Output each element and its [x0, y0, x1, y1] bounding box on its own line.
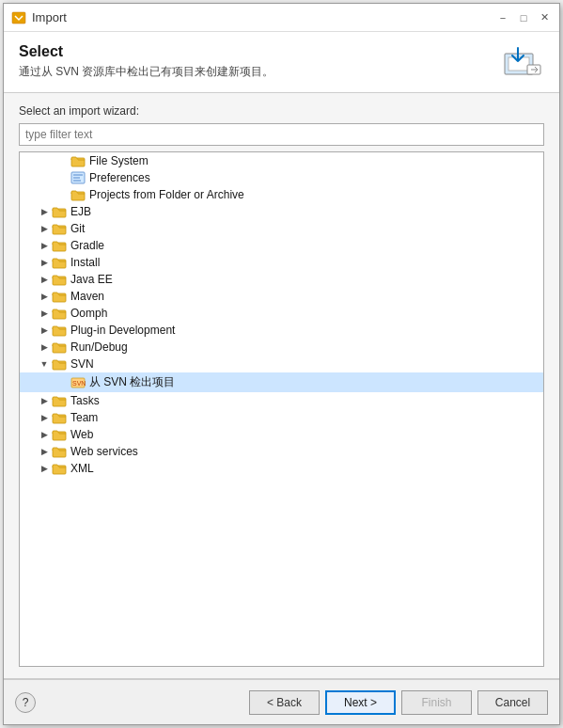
- tree-toggle: ▶: [39, 412, 50, 423]
- help-button[interactable]: ?: [15, 692, 36, 713]
- tree-item-xml[interactable]: ▶ XML: [20, 460, 543, 477]
- folder-open-icon: [70, 154, 86, 167]
- folder-open-icon: [52, 357, 67, 371]
- import-dialog: Import − □ ✕ Select 通过从 SVN 资源库中检出已有项目来创…: [3, 3, 560, 725]
- tree-toggle: ▶: [39, 308, 50, 319]
- tree-toggle: ▶: [39, 240, 50, 251]
- item-label: Gradle: [70, 239, 104, 252]
- header-title: Select: [19, 43, 499, 60]
- folder-icon: [52, 273, 67, 286]
- filter-input[interactable]: [19, 123, 544, 146]
- item-label: XML: [70, 462, 94, 475]
- tree-toggle: [57, 172, 69, 183]
- header-text: Select 通过从 SVN 资源库中检出已有项目来创建新项目。: [19, 43, 499, 80]
- filter-label: Select an import wizard:: [19, 104, 544, 118]
- svg-rect-0: [12, 12, 25, 24]
- window-icon: [11, 10, 26, 25]
- item-label: SVN: [70, 357, 94, 371]
- header-description: 通过从 SVN 资源库中检出已有项目来创建新项目。: [19, 64, 499, 80]
- item-label: Team: [70, 411, 98, 424]
- tree-toggle: ▶: [39, 274, 50, 285]
- folder-icon: [52, 256, 67, 269]
- pref-icon: [70, 171, 86, 184]
- item-label: File System: [89, 154, 149, 167]
- item-label: Projects from Folder or Archive: [89, 188, 244, 201]
- folder-icon: [52, 290, 67, 303]
- folder-icon: [52, 394, 67, 407]
- folder-open-icon: [70, 188, 86, 201]
- item-label: Web: [70, 428, 93, 441]
- tree-container[interactable]: File System Preferences Projects from Fo…: [19, 151, 544, 667]
- item-label: Web services: [70, 445, 138, 458]
- tree-toggle: ▶: [39, 324, 50, 336]
- tree-toggle: ▶: [39, 446, 50, 457]
- import-wizard-icon: [501, 44, 542, 80]
- cancel-button[interactable]: Cancel: [477, 690, 548, 715]
- pref-icon: [70, 171, 86, 184]
- tree-item-run-debug[interactable]: ▶ Run/Debug: [20, 339, 543, 356]
- title-bar: Import − □ ✕: [4, 4, 559, 32]
- next-button[interactable]: Next >: [325, 690, 396, 715]
- tree-item-ejb[interactable]: ▶ EJB: [20, 203, 543, 220]
- folder-icon: [52, 340, 67, 354]
- tree-item-team[interactable]: ▶ Team: [20, 409, 543, 426]
- tree-toggle: ▶: [39, 206, 50, 217]
- svn-special-icon: SVN: [70, 375, 86, 390]
- tree-toggle: ▶: [39, 463, 50, 474]
- folder-icon: [52, 462, 67, 475]
- footer-left: ?: [15, 692, 36, 713]
- tree-toggle: ▶: [39, 395, 50, 406]
- finish-button[interactable]: Finish: [401, 690, 472, 715]
- svg-text:SVN: SVN: [72, 380, 86, 387]
- tree-item-oomph[interactable]: ▶ Oomph: [20, 305, 543, 322]
- folder-icon: [52, 205, 67, 218]
- item-label: Git: [70, 222, 85, 235]
- item-label: Maven: [70, 290, 104, 303]
- maximize-button[interactable]: □: [516, 10, 531, 25]
- folder-icon: [52, 307, 67, 320]
- item-label: 从 SVN 检出项目: [89, 374, 175, 390]
- item-label: Java EE: [70, 273, 113, 286]
- tree-toggle: ▶: [39, 223, 50, 234]
- tree-item-web-services[interactable]: ▶ Web services: [20, 443, 543, 460]
- footer: ? < Back Next > Finish Cancel: [4, 679, 559, 724]
- tree-item-svn[interactable]: ▼ SVN: [20, 356, 543, 372]
- tree-toggle: ▶: [39, 257, 50, 268]
- folder-icon: [52, 411, 67, 424]
- window-title: Import: [32, 10, 495, 24]
- item-label: Tasks: [70, 394, 100, 407]
- item-label: Oomph: [70, 307, 107, 320]
- tree-toggle: ▶: [39, 341, 50, 353]
- tree-item-preferences[interactable]: Preferences: [20, 169, 543, 186]
- tree-toggle: [57, 377, 69, 388]
- footer-buttons: < Back Next > Finish Cancel: [249, 690, 548, 715]
- tree-item-filesystem[interactable]: File System: [20, 152, 543, 169]
- tree-toggle: [57, 155, 69, 166]
- tree-item-install[interactable]: ▶ Install: [20, 254, 543, 271]
- tree-item-svn-checkout[interactable]: SVN 从 SVN 检出项目: [20, 372, 543, 392]
- header-icon: [499, 43, 544, 81]
- back-button[interactable]: < Back: [249, 690, 320, 715]
- tree-toggle: ▼: [39, 358, 50, 370]
- tree-toggle: ▶: [39, 291, 50, 302]
- item-label: EJB: [70, 205, 91, 218]
- content-area: Select an import wizard: File System Pre…: [4, 93, 559, 678]
- tree-item-gradle[interactable]: ▶ Gradle: [20, 237, 543, 254]
- folder-icon: [52, 222, 67, 235]
- tree-item-git[interactable]: ▶ Git: [20, 220, 543, 237]
- minimize-button[interactable]: −: [495, 10, 510, 25]
- tree-toggle: [57, 189, 69, 200]
- close-button[interactable]: ✕: [537, 10, 552, 25]
- item-label: Run/Debug: [70, 340, 128, 354]
- tree-item-maven[interactable]: ▶ Maven: [20, 288, 543, 305]
- tree-item-projects-folder[interactable]: Projects from Folder or Archive: [20, 186, 543, 203]
- header-section: Select 通过从 SVN 资源库中检出已有项目来创建新项目。: [4, 32, 559, 93]
- window-controls: − □ ✕: [495, 10, 552, 25]
- item-label: Preferences: [89, 171, 150, 184]
- tree-item-plugin-dev[interactable]: ▶ Plug-in Development: [20, 322, 543, 339]
- item-label: Install: [70, 256, 100, 269]
- tree-item-tasks[interactable]: ▶ Tasks: [20, 392, 543, 409]
- tree-item-web[interactable]: ▶ Web: [20, 426, 543, 443]
- tree-item-javaee[interactable]: ▶ Java EE: [20, 271, 543, 288]
- folder-icon: [52, 239, 67, 252]
